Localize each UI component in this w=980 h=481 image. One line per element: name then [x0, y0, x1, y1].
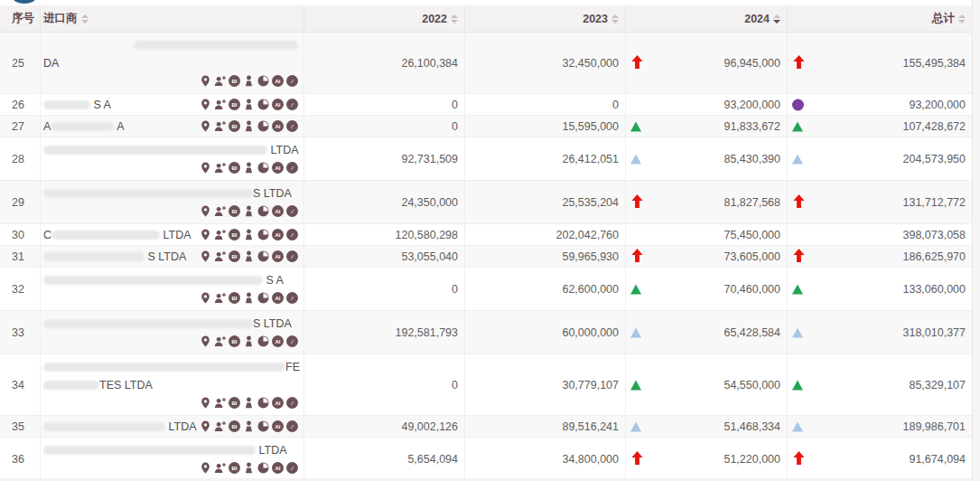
follow-person-icon[interactable] [214, 162, 226, 174]
importer-name-line[interactable]: S LTDABIAI∕ [43, 248, 300, 266]
location-pin-icon[interactable] [200, 420, 211, 432]
bi-badge-icon[interactable]: BI [229, 420, 240, 432]
location-pin-icon[interactable] [200, 397, 211, 409]
follow-person-icon[interactable] [214, 335, 226, 347]
bi-badge-icon[interactable]: BI [229, 292, 240, 304]
follow-person-icon[interactable] [214, 75, 226, 87]
importer-name-line[interactable]: LTDABIAI∕ [43, 418, 300, 436]
bi-badge-icon[interactable]: BI [229, 335, 240, 347]
location-pin-icon[interactable] [200, 292, 211, 304]
location-pin-icon[interactable] [200, 250, 211, 262]
follow-person-icon[interactable] [214, 120, 226, 132]
globe-icon[interactable] [257, 397, 269, 409]
column-header-importer[interactable]: 进口商 [41, 5, 304, 32]
org-person-icon[interactable] [243, 162, 255, 174]
globe-icon[interactable] [257, 420, 269, 432]
globe-icon[interactable] [257, 229, 269, 240]
bi-badge-icon[interactable]: BI [229, 120, 240, 132]
location-pin-icon[interactable] [200, 120, 211, 132]
sort-caret-icon[interactable] [611, 14, 619, 24]
sort-caret-icon[interactable] [958, 14, 966, 24]
follow-person-icon[interactable] [214, 397, 226, 409]
org-person-icon[interactable] [243, 397, 255, 409]
bi-badge-icon[interactable]: BI [229, 462, 240, 474]
org-person-icon[interactable] [243, 229, 255, 240]
importer-name-line[interactable]: LTDA [43, 141, 300, 159]
ai-badge-icon[interactable]: AI [272, 462, 284, 474]
importer-name-line[interactable]: S LTDA [43, 184, 300, 203]
importer-name-line[interactable]: C LTDABIAI∕ [43, 226, 300, 244]
bi-badge-icon[interactable]: BI [229, 205, 240, 217]
link-slash-icon[interactable]: ∕ [286, 420, 298, 432]
importer-name-line[interactable]: A ABIAI∕ [43, 118, 300, 136]
location-pin-icon[interactable] [200, 205, 211, 217]
ai-badge-icon[interactable]: AI [272, 205, 284, 217]
org-person-icon[interactable] [243, 462, 255, 474]
location-pin-icon[interactable] [200, 75, 211, 87]
globe-icon[interactable] [257, 162, 269, 174]
org-person-icon[interactable] [243, 205, 255, 217]
ai-badge-icon[interactable]: AI [272, 120, 284, 132]
column-header-y2022[interactable]: 2022 [304, 5, 465, 32]
org-person-icon[interactable] [243, 120, 255, 132]
importer-name-line[interactable]: TES LTDA [43, 376, 300, 394]
globe-icon[interactable] [257, 120, 269, 132]
bi-badge-icon[interactable]: BI [229, 162, 240, 174]
follow-person-icon[interactable] [214, 229, 226, 240]
org-person-icon[interactable] [243, 420, 255, 432]
follow-person-icon[interactable] [214, 99, 226, 110]
bi-badge-icon[interactable]: BI [229, 99, 240, 110]
globe-icon[interactable] [257, 205, 269, 217]
location-pin-icon[interactable] [200, 162, 211, 174]
importer-name-line[interactable]: S A [43, 271, 300, 289]
bi-badge-icon[interactable]: BI [229, 75, 240, 87]
ai-badge-icon[interactable]: AI [272, 420, 284, 432]
link-slash-icon[interactable]: ∕ [286, 99, 298, 110]
link-slash-icon[interactable]: ∕ [286, 397, 298, 409]
link-slash-icon[interactable]: ∕ [286, 162, 298, 174]
globe-icon[interactable] [257, 462, 269, 474]
ai-badge-icon[interactable]: AI [272, 75, 284, 87]
importer-name-line[interactable]: S LTDA [43, 315, 300, 333]
importer-name-line[interactable]: FE [43, 358, 300, 376]
org-person-icon[interactable] [243, 250, 255, 262]
location-pin-icon[interactable] [200, 99, 211, 110]
follow-person-icon[interactable] [214, 292, 226, 304]
org-person-icon[interactable] [243, 75, 255, 87]
ai-badge-icon[interactable]: AI [272, 99, 284, 110]
link-slash-icon[interactable]: ∕ [286, 462, 298, 474]
ai-badge-icon[interactable]: AI [272, 229, 284, 240]
sort-caret-icon[interactable] [773, 14, 780, 24]
globe-icon[interactable] [257, 335, 269, 347]
globe-icon[interactable] [257, 99, 269, 110]
link-slash-icon[interactable]: ∕ [286, 335, 298, 347]
link-slash-icon[interactable]: ∕ [286, 205, 298, 217]
link-slash-icon[interactable]: ∕ [286, 229, 298, 240]
ai-badge-icon[interactable]: AI [272, 397, 284, 409]
globe-icon[interactable] [257, 250, 269, 262]
sort-caret-icon[interactable] [81, 14, 89, 24]
link-slash-icon[interactable]: ∕ [286, 120, 298, 132]
follow-person-icon[interactable] [214, 250, 226, 262]
column-header-total[interactable]: 总计 [788, 5, 972, 32]
bi-badge-icon[interactable]: BI [229, 397, 240, 409]
link-slash-icon[interactable]: ∕ [286, 250, 298, 262]
bi-badge-icon[interactable]: BI [229, 229, 240, 240]
location-pin-icon[interactable] [200, 335, 211, 347]
ai-badge-icon[interactable]: AI [272, 250, 284, 262]
follow-person-icon[interactable] [214, 205, 226, 217]
vertical-scrollbar[interactable] [972, 0, 980, 481]
bi-badge-icon[interactable]: BI [229, 250, 240, 262]
follow-person-icon[interactable] [214, 462, 226, 474]
follow-person-icon[interactable] [214, 420, 226, 432]
importer-name-line[interactable]: LTDA [43, 441, 300, 459]
location-pin-icon[interactable] [200, 462, 211, 474]
globe-icon[interactable] [257, 75, 269, 87]
ai-badge-icon[interactable]: AI [272, 292, 284, 304]
column-header-y2024[interactable]: 2024 [626, 5, 788, 32]
ai-badge-icon[interactable]: AI [272, 335, 284, 347]
column-header-y2023[interactable]: 2023 [465, 5, 626, 32]
org-person-icon[interactable] [243, 99, 255, 110]
ai-badge-icon[interactable]: AI [272, 162, 284, 174]
globe-icon[interactable] [257, 292, 269, 304]
